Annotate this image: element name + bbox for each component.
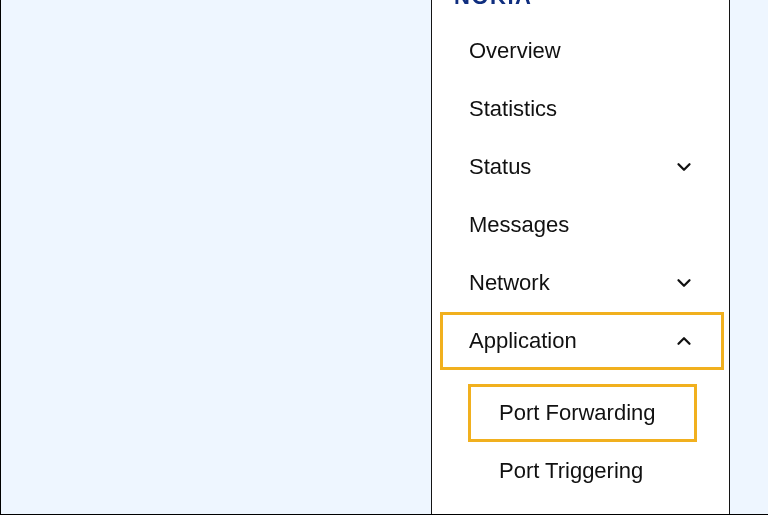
nav-item-status[interactable]: Status — [440, 138, 724, 196]
nav-item-overview[interactable]: Overview — [440, 22, 724, 80]
chevron-down-icon — [673, 272, 695, 294]
sub-item-port-forwarding[interactable]: Port Forwarding — [468, 384, 697, 442]
nav-label-statistics: Statistics — [469, 96, 557, 122]
nav-label-network: Network — [469, 270, 550, 296]
nav-item-messages[interactable]: Messages — [440, 196, 724, 254]
sub-label-port-forwarding: Port Forwarding — [499, 400, 656, 426]
chevron-down-icon — [673, 156, 695, 178]
chevron-up-icon — [673, 330, 695, 352]
sub-item-ntp[interactable]: NTP — [468, 500, 697, 514]
left-pane — [0, 0, 432, 514]
nav-label-messages: Messages — [469, 212, 569, 238]
nav-label-overview: Overview — [469, 38, 561, 64]
application-submenu: Port Forwarding Port Triggering NTP — [432, 384, 729, 514]
sub-item-port-triggering[interactable]: Port Triggering — [468, 442, 697, 500]
side-navigation-panel: NOKIA Overview Statistics Status Message… — [432, 0, 730, 514]
nav-label-status: Status — [469, 154, 531, 180]
brand-logo: NOKIA — [454, 0, 532, 10]
nav-item-network[interactable]: Network — [440, 254, 724, 312]
right-gutter — [730, 0, 768, 514]
nav-item-application[interactable]: Application — [440, 312, 724, 370]
nav-label-application: Application — [469, 328, 577, 354]
viewport: NOKIA Overview Statistics Status Message… — [0, 0, 768, 515]
nav-menu: Overview Statistics Status Messages Netw… — [432, 22, 729, 514]
sub-label-port-triggering: Port Triggering — [499, 458, 643, 484]
nav-item-statistics[interactable]: Statistics — [440, 80, 724, 138]
